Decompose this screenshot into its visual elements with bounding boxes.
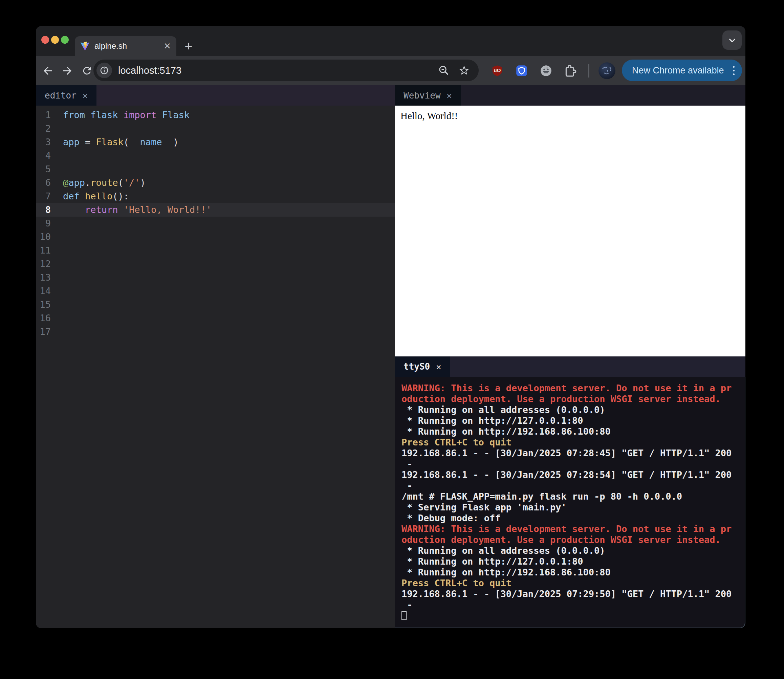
line-number: 11 <box>36 244 51 257</box>
editor-line[interactable]: 5 <box>36 163 395 176</box>
webview-tab-bar: Webview ✕ <box>395 85 745 106</box>
window-minimize-button[interactable] <box>51 36 59 44</box>
editor-line[interactable]: 2 <box>36 122 395 135</box>
tab-search-chevron-button[interactable] <box>722 30 742 50</box>
code-text: @app.route('/') <box>63 176 146 189</box>
desktop-background: alpine.sh ✕ + <box>0 0 784 679</box>
line-number: 6 <box>36 176 51 189</box>
extensions-puzzle-icon[interactable] <box>562 62 579 79</box>
info-icon <box>100 66 109 75</box>
new-tab-button[interactable]: + <box>181 38 196 54</box>
ublock-origin-icon[interactable]: uO <box>489 62 506 79</box>
svg-text:uO: uO <box>494 67 501 73</box>
line-number: 14 <box>36 284 51 298</box>
editor-line[interactable]: 1from flask import Flask <box>36 108 395 122</box>
update-chrome-label: New Chrome available <box>632 65 733 76</box>
editor-line[interactable]: 4 <box>36 149 395 163</box>
editor-pane: editor ✕ 1from flask import Flask23app =… <box>36 85 395 628</box>
chevron-down-icon <box>727 35 737 45</box>
editor-line[interactable]: 15 <box>36 298 395 311</box>
terminal-line: WARNING: This is a development server. D… <box>402 383 745 394</box>
back-arrow-icon <box>42 65 54 77</box>
kebab-menu-icon[interactable] <box>733 66 735 75</box>
terminal[interactable]: WARNING: This is a development server. D… <box>395 377 745 628</box>
bookmark-star-icon[interactable] <box>459 65 470 76</box>
editor-line[interactable]: 12 <box>36 257 395 271</box>
forward-arrow-icon <box>61 65 74 77</box>
vite-favicon <box>80 41 90 51</box>
terminal-line: oduction deployment. Use a production WS… <box>402 535 745 545</box>
webview-tab-close-icon[interactable]: ✕ <box>447 91 452 100</box>
update-chrome-button[interactable]: New Chrome available <box>622 59 742 81</box>
back-button[interactable] <box>39 62 56 79</box>
editor-line[interactable]: 13 <box>36 271 395 284</box>
code-text: app = Flask(__name__) <box>63 135 178 149</box>
line-number: 8 <box>36 203 51 217</box>
reload-button[interactable] <box>78 62 95 79</box>
terminal-line: - <box>402 599 745 610</box>
tab-close-icon[interactable]: ✕ <box>163 42 171 50</box>
terminal-line: 192.168.86.1 - - [30/Jan/2025 07:28:54] … <box>402 469 745 480</box>
terminal-line: 192.168.86.1 - - [30/Jan/2025 07:29:50] … <box>402 588 745 599</box>
line-number: 9 <box>36 217 51 230</box>
tab-webview[interactable]: Webview ✕ <box>395 85 461 106</box>
terminal-line: - <box>402 458 745 469</box>
terminal-tab-close-icon[interactable]: ✕ <box>436 362 441 372</box>
line-number: 5 <box>36 163 51 176</box>
window-close-button[interactable] <box>41 36 49 44</box>
terminal-line: * Serving Flask app 'main.py' <box>402 502 745 513</box>
zoom-out-icon[interactable] <box>438 65 449 76</box>
line-number: 16 <box>36 311 51 325</box>
forward-button[interactable] <box>59 62 76 79</box>
line-number: 10 <box>36 230 51 244</box>
webview-text: Hello, World!! <box>401 110 458 121</box>
editor-line[interactable]: 11 <box>36 244 395 257</box>
terminal-line: Press CTRL+C to quit <box>402 578 745 588</box>
terminal-line: * Running on all addresses (0.0.0.0) <box>402 405 745 415</box>
terminal-line: 192.168.86.1 - - [30/Jan/2025 07:28:45] … <box>402 448 745 458</box>
browser-toolbar: localhost:5173 uO <box>36 56 745 85</box>
terminal-line: - <box>402 480 745 491</box>
profile-avatar[interactable] <box>598 62 615 79</box>
tab-editor[interactable]: editor ✕ <box>36 85 97 106</box>
terminal-line: * Running on http://192.168.86.100:80 <box>402 426 745 437</box>
gray-mascot-extension-icon[interactable] <box>538 62 554 79</box>
bitwarden-icon[interactable] <box>513 62 530 79</box>
terminal-line: Press CTRL+C to quit <box>402 437 745 448</box>
editor-line[interactable]: 14 <box>36 284 395 298</box>
address-bar[interactable]: localhost:5173 <box>94 59 479 81</box>
toolbar-divider <box>588 64 589 78</box>
webview-content: Hello, World!! <box>395 106 745 357</box>
url-text: localhost:5173 <box>118 65 438 76</box>
tab-title: alpine.sh <box>94 41 163 51</box>
editor-line[interactable]: 9 <box>36 217 395 230</box>
terminal-line: /mnt # FLASK_APP=main.py flask run -p 80… <box>402 491 745 502</box>
site-info-button[interactable] <box>97 63 112 78</box>
editor-line[interactable]: 7def hello(): <box>36 189 395 203</box>
tab-ttys0[interactable]: ttyS0 ✕ <box>395 357 450 377</box>
window-zoom-button[interactable] <box>61 36 69 44</box>
browser-window: alpine.sh ✕ + <box>36 26 745 628</box>
line-number: 15 <box>36 298 51 311</box>
editor-line[interactable]: 10 <box>36 230 395 244</box>
editor-tab-bar: editor ✕ <box>36 85 395 106</box>
editor-line[interactable]: 17 <box>36 325 395 338</box>
terminal-line: * Debug mode: off <box>402 513 745 524</box>
terminal-line: WARNING: This is a development server. D… <box>402 524 745 535</box>
editor-line[interactable]: 16 <box>36 311 395 325</box>
terminal-cursor-line <box>402 610 745 621</box>
line-number: 12 <box>36 257 51 271</box>
editor-line[interactable]: 6@app.route('/') <box>36 176 395 189</box>
editor-lines: 1from flask import Flask23app = Flask(__… <box>36 108 395 338</box>
code-text: return 'Hello, World!!' <box>63 203 211 217</box>
terminal-tab-bar: ttyS0 ✕ <box>395 357 745 377</box>
editor-line[interactable]: 8 return 'Hello, World!!' <box>36 203 395 217</box>
terminal-tab-label: ttyS0 <box>404 361 430 372</box>
code-editor[interactable]: 1from flask import Flask23app = Flask(__… <box>36 106 395 628</box>
right-pane: Webview ✕ Hello, World!! ttyS0 ✕ WARNING… <box>395 85 745 628</box>
editor-tab-close-icon[interactable]: ✕ <box>83 91 88 100</box>
extensions-row: uO <box>489 56 579 85</box>
editor-line[interactable]: 3app = Flask(__name__) <box>36 135 395 149</box>
browser-tab[interactable]: alpine.sh ✕ <box>75 36 176 56</box>
terminal-lines: WARNING: This is a development server. D… <box>402 383 745 621</box>
